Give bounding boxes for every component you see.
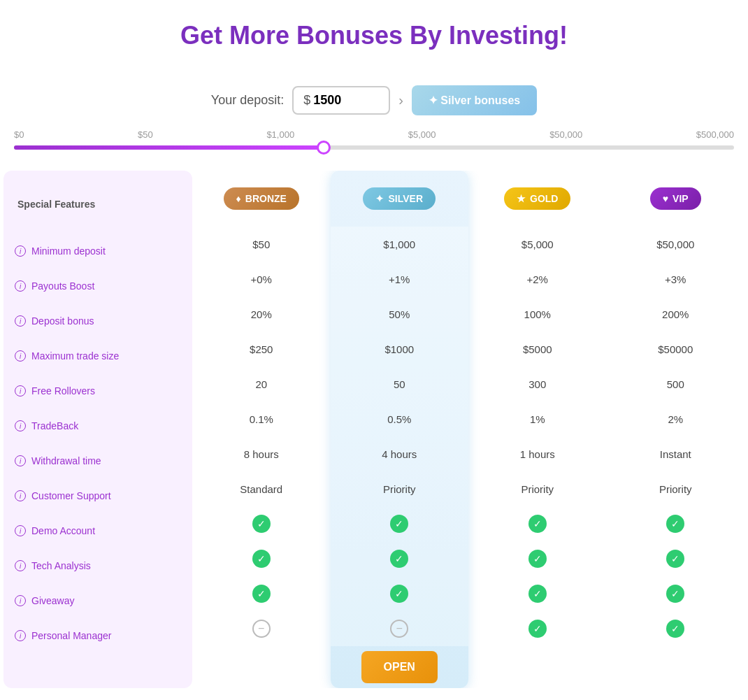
info-icon-payouts: i bbox=[15, 280, 26, 292]
silver-withdrawal: 4 hours bbox=[331, 436, 469, 471]
deposit-input[interactable] bbox=[313, 93, 369, 108]
gold-manager: ✓ bbox=[468, 611, 607, 646]
slider-label-5000: $5,000 bbox=[408, 129, 436, 140]
bronze-tech: ✓ bbox=[192, 541, 331, 576]
bronze-rollovers: 20 bbox=[192, 366, 331, 401]
silver-bonuses-button[interactable]: ✦ Silver bonuses bbox=[412, 85, 537, 115]
vip-manager-check: ✓ bbox=[666, 620, 684, 638]
gold-demo-check: ✓ bbox=[528, 515, 547, 533]
bronze-support: Standard bbox=[192, 471, 331, 506]
slider-label-1000: $1,000 bbox=[266, 129, 294, 140]
slider-label-500000: $500,000 bbox=[696, 129, 734, 140]
vip-manager: ✓ bbox=[607, 611, 745, 646]
deposit-dollar: $ bbox=[303, 93, 310, 108]
tier-gold: ★ GOLD $5,000 +2% 100% $5000 300 1% 1 ho… bbox=[468, 171, 607, 688]
gold-tech: ✓ bbox=[468, 541, 607, 576]
silver-min-deposit: $1,000 bbox=[331, 227, 469, 262]
vip-giveaway-check: ✓ bbox=[666, 585, 684, 603]
gold-tradeback: 1% bbox=[468, 401, 607, 436]
silver-symbol: ✦ bbox=[375, 193, 384, 204]
feature-tech-analysis: i Tech Analysis bbox=[3, 548, 192, 583]
feature-label-rollovers: Free Rollovers bbox=[31, 385, 95, 397]
feature-label-tech: Tech Analysis bbox=[31, 560, 91, 571]
slider-label-0: $0 bbox=[14, 129, 24, 140]
bronze-giveaway-check: ✓ bbox=[252, 585, 271, 603]
silver-giveaway: ✓ bbox=[331, 576, 469, 611]
silver-label: SILVER bbox=[388, 193, 423, 204]
silver-rollovers: 50 bbox=[331, 366, 469, 401]
slider-section: $0 $50 $1,000 $5,000 $50,000 $500,000 bbox=[0, 129, 748, 150]
info-icon-demo: i bbox=[15, 525, 26, 536]
info-icon-manager: i bbox=[15, 630, 26, 641]
silver-badge: ✦ SILVER bbox=[363, 187, 436, 210]
feature-label-payouts: Payouts Boost bbox=[31, 280, 94, 292]
vip-badge: ♥ VIP bbox=[650, 187, 701, 210]
bronze-tech-check: ✓ bbox=[252, 550, 271, 568]
bronze-manager: − bbox=[192, 611, 331, 646]
feature-giveaway: i Giveaway bbox=[3, 583, 192, 618]
bronze-max-trade: $250 bbox=[192, 331, 331, 366]
gold-tech-check: ✓ bbox=[528, 550, 547, 568]
vip-max-trade: $50000 bbox=[607, 331, 745, 366]
slider-track[interactable] bbox=[14, 145, 734, 150]
silver-giveaway-check: ✓ bbox=[390, 585, 408, 603]
feature-label-demo: Demo Account bbox=[31, 525, 95, 536]
deposit-input-wrapper: $ bbox=[292, 86, 390, 115]
gold-manager-check: ✓ bbox=[528, 620, 547, 638]
feature-tradeback: i TradeBack bbox=[3, 408, 192, 443]
silver-open-button[interactable]: OPEN bbox=[361, 651, 438, 683]
silver-demo-check: ✓ bbox=[390, 515, 408, 533]
bronze-badge: ♦ BRONZE bbox=[224, 187, 299, 210]
feature-label-deposit-bonus: Deposit bonus bbox=[31, 315, 94, 327]
gold-symbol: ★ bbox=[517, 193, 526, 204]
feature-free-rollovers: i Free Rollovers bbox=[3, 373, 192, 408]
features-column: Special Features i Minimum deposit i Pay… bbox=[3, 171, 192, 688]
info-icon-giveaway: i bbox=[15, 595, 26, 606]
bronze-demo-check: ✓ bbox=[252, 515, 271, 533]
special-features-header: Special Features bbox=[3, 178, 192, 234]
bronze-label: BRONZE bbox=[245, 193, 287, 204]
slider-thumb[interactable] bbox=[317, 141, 331, 155]
feature-demo-account: i Demo Account bbox=[3, 513, 192, 548]
bronze-deposit-bonus: 20% bbox=[192, 297, 331, 331]
vip-payouts-boost: +3% bbox=[607, 262, 745, 297]
bronze-min-deposit: $50 bbox=[192, 227, 331, 262]
slider-label-50: $50 bbox=[138, 129, 153, 140]
info-icon-deposit-bonus: i bbox=[15, 315, 26, 327]
bronze-header: ♦ BRONZE bbox=[192, 171, 331, 227]
gold-giveaway: ✓ bbox=[468, 576, 607, 611]
slider-fill bbox=[14, 145, 324, 150]
silver-manager: − bbox=[331, 611, 469, 646]
silver-tradeback: 0.5% bbox=[331, 401, 469, 436]
gold-footer bbox=[468, 646, 607, 688]
gold-payouts-boost: +2% bbox=[468, 262, 607, 297]
deposit-section: Your deposit: $ › ✦ Silver bonuses bbox=[0, 85, 748, 115]
bronze-manager-minus: − bbox=[252, 620, 271, 638]
bronze-demo: ✓ bbox=[192, 506, 331, 541]
silver-header: ✦ SILVER bbox=[331, 171, 469, 227]
gold-deposit-bonus: 100% bbox=[468, 297, 607, 331]
tier-silver: ✦ SILVER $1,000 +1% 50% $1000 50 0.5% 4 … bbox=[331, 171, 469, 688]
feature-withdrawal-time: i Withdrawal time bbox=[3, 443, 192, 478]
feature-deposit-bonus: i Deposit bonus bbox=[3, 303, 192, 338]
feature-payouts-boost: i Payouts Boost bbox=[3, 269, 192, 303]
silver-support: Priority bbox=[331, 471, 469, 506]
feature-label-giveaway: Giveaway bbox=[31, 595, 74, 606]
vip-symbol: ♥ bbox=[663, 193, 668, 204]
bronze-symbol: ♦ bbox=[236, 193, 241, 204]
vip-support: Priority bbox=[607, 471, 745, 506]
silver-demo: ✓ bbox=[331, 506, 469, 541]
bronze-tradeback: 0.1% bbox=[192, 401, 331, 436]
gold-badge: ★ GOLD bbox=[504, 187, 570, 210]
info-icon-tech: i bbox=[15, 560, 26, 571]
info-icon-min-deposit: i bbox=[15, 245, 26, 257]
silver-max-trade: $1000 bbox=[331, 331, 469, 366]
silver-footer[interactable]: OPEN bbox=[331, 646, 469, 688]
gold-label: GOLD bbox=[530, 193, 558, 204]
comparison-table: Special Features i Minimum deposit i Pay… bbox=[0, 171, 748, 688]
info-icon-support: i bbox=[15, 490, 26, 501]
tier-bronze: ♦ BRONZE $50 +0% 20% $250 20 0.1% 8 hour… bbox=[192, 171, 331, 688]
feature-label-manager: Personal Manager bbox=[31, 630, 111, 641]
deposit-arrow-button[interactable]: › bbox=[398, 92, 403, 108]
feature-minimum-deposit: i Minimum deposit bbox=[3, 234, 192, 269]
